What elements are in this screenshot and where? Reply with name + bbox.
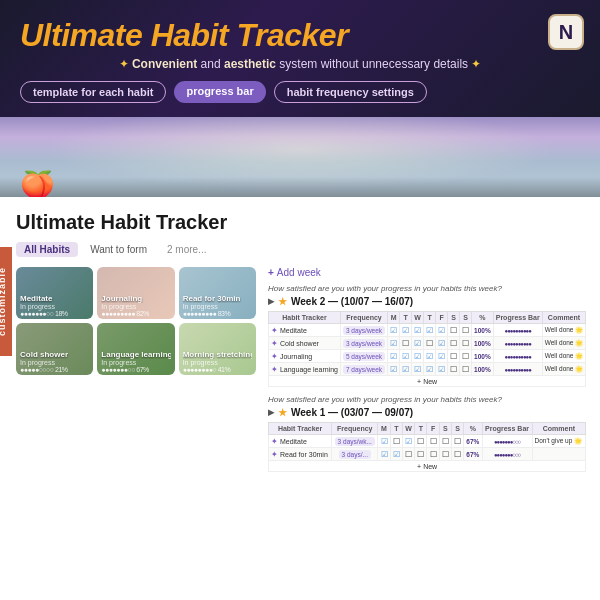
checkbox-cell[interactable]: ☑ xyxy=(424,324,436,337)
checkbox-cell[interactable]: ☑ xyxy=(412,337,424,350)
habit-card-shower[interactable]: Cold shower In progress ●●●●●○○○○ 21% xyxy=(16,323,93,375)
checkbox-cell[interactable]: ☑ xyxy=(412,324,424,337)
checkbox-checked[interactable]: ☑ xyxy=(414,365,421,374)
checkbox-unchecked[interactable]: ☐ xyxy=(430,437,437,446)
checkbox-checked[interactable]: ☑ xyxy=(390,326,397,335)
tab-more[interactable]: 2 more... xyxy=(159,242,214,257)
add-row[interactable]: + New xyxy=(269,461,586,472)
checkbox-cell[interactable]: ☐ xyxy=(402,448,414,461)
pill-frequency[interactable]: habit frequency settings xyxy=(274,81,427,103)
checkbox-cell[interactable]: ☐ xyxy=(427,448,439,461)
checkbox-cell[interactable]: ☐ xyxy=(424,337,436,350)
checkbox-unchecked[interactable]: ☐ xyxy=(442,450,449,459)
checkbox-unchecked[interactable]: ☐ xyxy=(462,339,469,348)
tab-want-to-form[interactable]: Want to form xyxy=(82,242,155,257)
checkbox-cell[interactable]: ☑ xyxy=(388,363,400,376)
habit-card-read[interactable]: Read for 30min In progress ●●●●●●●●● 83% xyxy=(179,267,256,319)
checkbox-unchecked[interactable]: ☐ xyxy=(462,365,469,374)
checkbox-cell[interactable]: ☑ xyxy=(388,324,400,337)
collapse-icon[interactable]: ▶ xyxy=(268,408,274,417)
checkbox-cell[interactable]: ☑ xyxy=(388,350,400,363)
checkbox-unchecked[interactable]: ☐ xyxy=(417,437,424,446)
checkbox-checked[interactable]: ☑ xyxy=(426,365,433,374)
checkbox-checked[interactable]: ☑ xyxy=(381,437,388,446)
checkbox-cell[interactable]: ☑ xyxy=(390,448,402,461)
checkbox-cell[interactable]: ☑ xyxy=(412,363,424,376)
pill-template[interactable]: template for each habit xyxy=(20,81,166,103)
checkbox-cell[interactable]: ☐ xyxy=(451,435,463,448)
add-week-button[interactable]: Add week xyxy=(268,267,586,278)
tab-all-habits[interactable]: All Habits xyxy=(16,242,78,257)
checkbox-cell[interactable]: ☑ xyxy=(400,324,412,337)
checkbox-cell[interactable]: ☑ xyxy=(378,435,390,448)
collapse-icon[interactable]: ▶ xyxy=(268,297,274,306)
week2-header[interactable]: ▶ ★ Week 2 — (10/07 — 16/07) xyxy=(268,296,586,307)
add-row-cell[interactable]: + New xyxy=(269,376,586,387)
checkbox-checked[interactable]: ☑ xyxy=(414,339,421,348)
checkbox-checked[interactable]: ☑ xyxy=(393,450,400,459)
checkbox-cell[interactable]: ☐ xyxy=(439,448,451,461)
checkbox-cell[interactable]: ☑ xyxy=(378,448,390,461)
checkbox-checked[interactable]: ☑ xyxy=(402,365,409,374)
checkbox-checked[interactable]: ☑ xyxy=(390,365,397,374)
checkbox-cell[interactable]: ☑ xyxy=(436,337,448,350)
checkbox-cell[interactable]: ☑ xyxy=(388,337,400,350)
checkbox-unchecked[interactable]: ☐ xyxy=(450,339,457,348)
checkbox-checked[interactable]: ☑ xyxy=(438,352,445,361)
checkbox-cell[interactable]: ☑ xyxy=(402,435,414,448)
checkbox-cell[interactable]: ☐ xyxy=(460,350,472,363)
checkbox-unchecked[interactable]: ☐ xyxy=(462,326,469,335)
checkbox-cell[interactable]: ☑ xyxy=(424,363,436,376)
checkbox-checked[interactable]: ☑ xyxy=(402,326,409,335)
checkbox-unchecked[interactable]: ☐ xyxy=(450,326,457,335)
checkbox-checked[interactable]: ☑ xyxy=(414,352,421,361)
checkbox-checked[interactable]: ☑ xyxy=(438,339,445,348)
add-row[interactable]: + New xyxy=(269,376,586,387)
checkbox-checked[interactable]: ☑ xyxy=(381,450,388,459)
habit-card-meditate[interactable]: Meditate In progress ●●●●●●●○○ 18% xyxy=(16,267,93,319)
checkbox-cell[interactable]: ☑ xyxy=(412,350,424,363)
checkbox-checked[interactable]: ☑ xyxy=(438,365,445,374)
checkbox-checked[interactable]: ☑ xyxy=(405,437,412,446)
checkbox-cell[interactable]: ☑ xyxy=(436,350,448,363)
add-row-cell[interactable]: + New xyxy=(269,461,586,472)
checkbox-cell[interactable]: ☐ xyxy=(448,337,460,350)
checkbox-cell[interactable]: ☐ xyxy=(448,350,460,363)
checkbox-unchecked[interactable]: ☐ xyxy=(454,450,461,459)
checkbox-cell[interactable]: ☐ xyxy=(439,435,451,448)
checkbox-cell[interactable]: ☑ xyxy=(400,350,412,363)
checkbox-cell[interactable]: ☑ xyxy=(424,350,436,363)
checkbox-checked[interactable]: ☑ xyxy=(426,352,433,361)
checkbox-cell[interactable]: ☐ xyxy=(460,324,472,337)
pill-progress[interactable]: progress bar xyxy=(174,81,265,103)
checkbox-checked[interactable]: ☑ xyxy=(390,339,397,348)
checkbox-cell[interactable]: ☐ xyxy=(415,435,427,448)
checkbox-cell[interactable]: ☐ xyxy=(427,435,439,448)
checkbox-cell[interactable]: ☐ xyxy=(390,435,402,448)
checkbox-cell[interactable]: ☐ xyxy=(460,363,472,376)
checkbox-cell[interactable]: ☑ xyxy=(436,324,448,337)
checkbox-cell[interactable]: ☐ xyxy=(400,337,412,350)
checkbox-checked[interactable]: ☑ xyxy=(426,326,433,335)
checkbox-cell[interactable]: ☑ xyxy=(400,363,412,376)
checkbox-checked[interactable]: ☑ xyxy=(414,326,421,335)
checkbox-cell[interactable]: ☐ xyxy=(460,337,472,350)
checkbox-checked[interactable]: ☑ xyxy=(402,352,409,361)
checkbox-unchecked[interactable]: ☐ xyxy=(442,437,449,446)
checkbox-cell[interactable]: ☐ xyxy=(448,324,460,337)
checkbox-cell[interactable]: ☑ xyxy=(436,363,448,376)
checkbox-unchecked[interactable]: ☐ xyxy=(426,339,433,348)
checkbox-unchecked[interactable]: ☐ xyxy=(454,437,461,446)
week1-header[interactable]: ▶ ★ Week 1 — (03/07 — 09/07) xyxy=(268,407,586,418)
habit-card-stretching[interactable]: Morning stretching In progress ●●●●●●●●○… xyxy=(179,323,256,375)
checkbox-unchecked[interactable]: ☐ xyxy=(450,352,457,361)
checkbox-unchecked[interactable]: ☐ xyxy=(402,339,409,348)
habit-card-journaling[interactable]: Journaling In progress ●●●●●●●●● 82% xyxy=(97,267,174,319)
checkbox-unchecked[interactable]: ☐ xyxy=(393,437,400,446)
checkbox-cell[interactable]: ☐ xyxy=(451,448,463,461)
checkbox-unchecked[interactable]: ☐ xyxy=(417,450,424,459)
checkbox-cell[interactable]: ☐ xyxy=(415,448,427,461)
checkbox-unchecked[interactable]: ☐ xyxy=(450,365,457,374)
checkbox-checked[interactable]: ☑ xyxy=(438,326,445,335)
checkbox-checked[interactable]: ☑ xyxy=(390,352,397,361)
